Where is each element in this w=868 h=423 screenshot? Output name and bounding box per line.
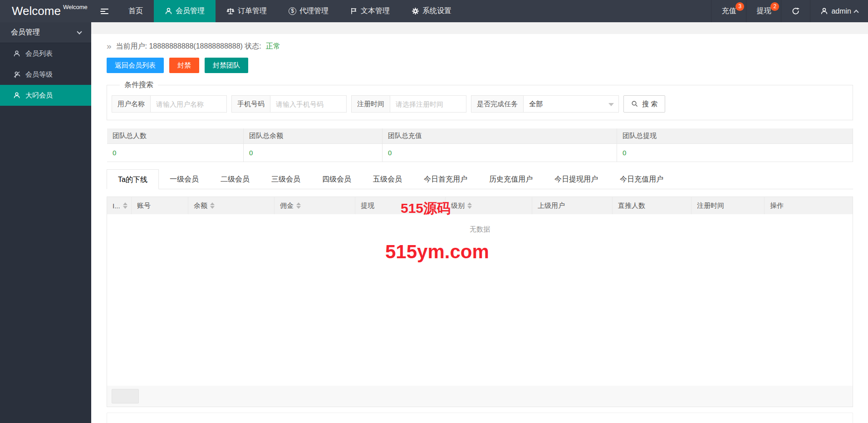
sort-icon[interactable]	[296, 202, 301, 209]
user-name: admin	[831, 7, 851, 15]
user-icon	[820, 7, 828, 15]
task-complete-select[interactable]: 全部	[524, 95, 619, 113]
task-complete-label: 是否完成任务	[471, 95, 524, 113]
nav-home[interactable]: 首页	[118, 0, 154, 22]
task-complete-field-group: 是否完成任务 全部	[471, 95, 619, 113]
recharge-button[interactable]: 充值 3	[711, 0, 746, 22]
search-button-label: 搜 索	[642, 100, 657, 108]
bottom-bar	[107, 413, 853, 423]
agent-dollar-icon: $	[289, 7, 296, 15]
col-register-time: 注册时间	[691, 197, 765, 214]
refresh-icon	[791, 7, 800, 15]
table-header: I... 账号 余额 佣金 提现 级别	[107, 197, 853, 214]
tab-today-first-recharge[interactable]: 今日首充用户	[413, 169, 478, 189]
col-label: 提现	[361, 202, 374, 210]
user-menu[interactable]: admin	[810, 0, 868, 22]
col-parent-user: 上级用户	[532, 197, 613, 214]
col-label: 级别	[451, 202, 465, 210]
topbar-right: 充值 3 提现 2 admin	[711, 0, 868, 22]
tab-history-recharge-users[interactable]: 历史充值用户	[478, 169, 544, 189]
logo-text: Welcome	[12, 4, 61, 18]
phone-field-group: 手机号码	[231, 95, 347, 113]
col-id[interactable]: I...	[107, 197, 132, 214]
members-table: I... 账号 余额 佣金 提现 级别	[107, 197, 853, 407]
sort-icon[interactable]	[467, 202, 472, 209]
col-commission[interactable]: 佣金	[275, 197, 355, 214]
col-balance[interactable]: 余额	[188, 197, 275, 214]
stat-team-total-balance: 团队总余额 0	[244, 128, 383, 162]
settings-gear-icon	[412, 7, 419, 15]
member-level-icon	[13, 71, 20, 78]
stat-value: 0	[244, 144, 382, 162]
team-stats: 团队总人数 0 团队总余额 0 团队总充值 0 团队总提现 0	[107, 128, 853, 162]
nav-settings-label: 系统设置	[422, 6, 451, 16]
search-legend: 条件搜索	[120, 80, 158, 90]
tab-today-withdraw-users[interactable]: 今日提现用户	[544, 169, 609, 189]
tab-today-recharge-users[interactable]: 今日充值用户	[609, 169, 674, 189]
phone-input[interactable]	[270, 95, 347, 113]
member-icon	[165, 7, 172, 15]
sidebar-item-big-member[interactable]: 大叼会员	[0, 85, 91, 106]
col-level[interactable]: 级别	[446, 197, 532, 214]
stat-team-total-recharge: 团队总充值 0	[383, 128, 617, 162]
register-time-input[interactable]	[390, 95, 466, 113]
action-buttons: 返回会员列表 封禁 封禁团队	[107, 58, 853, 73]
col-operations: 操作	[765, 197, 853, 214]
sidebar-item-member-list[interactable]: 会员列表	[0, 43, 91, 64]
member-list-icon	[13, 50, 20, 57]
watermark-middle: 515ym.com	[385, 241, 489, 263]
search-button[interactable]: 搜 索	[623, 95, 665, 113]
main-top-strip	[91, 22, 868, 34]
stat-title: 团队总充值	[383, 128, 617, 144]
breadcrumb: » 当前用户: 18888888888(18888888888) 状态: 正常	[107, 41, 853, 51]
sort-icon[interactable]	[210, 202, 215, 209]
search-icon	[631, 100, 638, 108]
member-tabs: Ta的下线 一级会员 二级会员 三级会员 四级会员 五级会员 今日首充用户 历史…	[107, 169, 853, 189]
tab-level-1[interactable]: 一级会员	[159, 169, 210, 189]
withdraw-badge: 2	[770, 2, 779, 11]
sidebar-collapse-icon[interactable]	[91, 0, 118, 22]
ban-team-button[interactable]: 封禁团队	[205, 58, 248, 73]
ban-button[interactable]: 封禁	[169, 58, 199, 73]
sidebar-group-members[interactable]: 会员管理	[0, 22, 91, 43]
current-user-text: 当前用户: 18888888888(18888888888) 状态:	[116, 42, 261, 51]
pagination-strip	[107, 386, 853, 407]
sidebar-item-member-level[interactable]: 会员等级	[0, 64, 91, 85]
tab-ta-downline[interactable]: Ta的下线	[107, 169, 159, 189]
nav-text[interactable]: 文本管理	[339, 0, 401, 22]
table-empty-state: 无数据	[107, 214, 853, 386]
nav-agents-label: 代理管理	[299, 6, 329, 16]
username-input[interactable]	[151, 95, 227, 113]
nav-settings[interactable]: 系统设置	[401, 0, 462, 22]
logo: Welcome Welcome	[0, 0, 91, 22]
breadcrumb-icon: »	[107, 41, 112, 51]
recharge-badge: 3	[736, 2, 744, 11]
main-area: » 当前用户: 18888888888(18888888888) 状态: 正常 …	[91, 22, 868, 423]
nav-members-label: 会员管理	[176, 6, 205, 16]
content: » 当前用户: 18888888888(18888888888) 状态: 正常 …	[107, 41, 853, 423]
tab-level-3[interactable]: 三级会员	[260, 169, 311, 189]
col-account: 账号	[132, 197, 188, 214]
tab-level-5[interactable]: 五级会员	[362, 169, 413, 189]
phone-label: 手机号码	[231, 95, 270, 113]
back-to-member-list-button[interactable]: 返回会员列表	[107, 58, 164, 73]
sidebar-group-label: 会员管理	[11, 28, 40, 37]
sort-icon[interactable]	[123, 202, 128, 209]
stat-team-total-withdraw: 团队总提现 0	[617, 128, 853, 162]
username-label: 用户名称	[112, 95, 151, 113]
col-label: 佣金	[280, 202, 294, 210]
col-label: 注册时间	[697, 202, 724, 210]
nav-orders[interactable]: 订单管理	[216, 0, 278, 22]
tab-level-4[interactable]: 四级会员	[311, 169, 362, 189]
withdraw-label: 提现	[756, 6, 771, 16]
refresh-button[interactable]	[781, 0, 810, 22]
username-field-group: 用户名称	[112, 95, 227, 113]
tab-level-2[interactable]: 二级会员	[210, 169, 260, 189]
chevron-up-icon	[853, 10, 858, 15]
nav-agents[interactable]: $ 代理管理	[278, 0, 339, 22]
nav-members[interactable]: 会员管理	[154, 0, 216, 22]
status-badge: 正常	[266, 42, 280, 51]
withdraw-button[interactable]: 提现 2	[746, 0, 781, 22]
pager-size-box[interactable]	[112, 389, 139, 403]
stat-title: 团队总人数	[107, 128, 243, 144]
